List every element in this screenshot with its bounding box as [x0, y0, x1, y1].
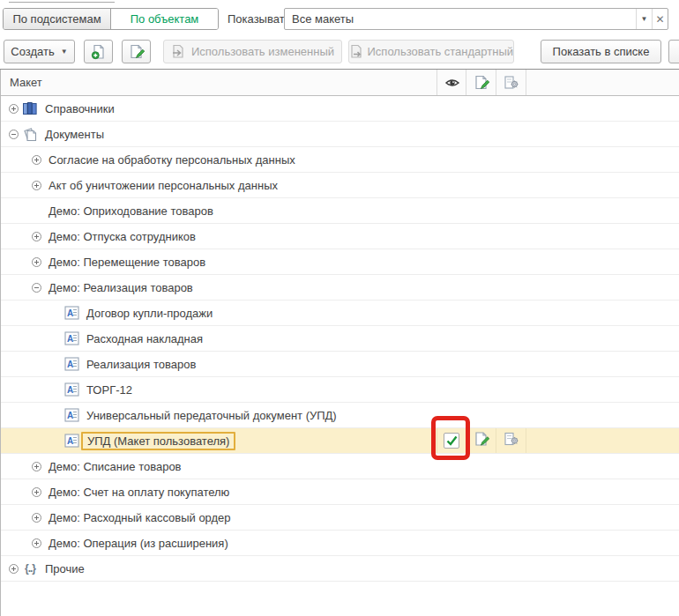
other-icon: {..} [22, 561, 38, 576]
column-separator [436, 70, 437, 95]
tree-row[interactable]: Акт об уничтожении персональных данных [1, 173, 679, 198]
tree-row-label: Договор купли-продажи [86, 307, 213, 320]
tree-row[interactable]: Демо: Оприходование товаров [1, 198, 679, 224]
tab-by-objects[interactable]: По объектам [111, 9, 218, 29]
use-standard-icon [349, 44, 364, 59]
tree-row-label: Демо: Отпуска сотрудников [48, 230, 196, 243]
svg-text:A: A [67, 385, 73, 395]
tree-row[interactable]: AРасходная накладная [1, 326, 679, 352]
templates-filter-combobox[interactable]: Все макеты ▼ ✕ [284, 8, 668, 30]
expand-icon[interactable] [32, 155, 41, 165]
tree-row-label: Реализация товаров [86, 358, 196, 371]
use-modified-label: Использовать измененный [191, 45, 334, 58]
use-standard-label: Использовать стандартный [368, 45, 514, 58]
grid-left-border [0, 70, 1, 616]
column-separator [466, 70, 466, 95]
expand-icon[interactable] [32, 462, 41, 471]
collapse-icon[interactable] [32, 283, 41, 293]
tree-row[interactable]: AДоговор купли-продажи [1, 301, 679, 326]
tab-by-subsystems[interactable]: По подсистемам [4, 9, 111, 29]
tree-row[interactable]: {..}Прочие [1, 556, 679, 582]
standard-document-icon[interactable] [504, 75, 519, 91]
tree-row[interactable]: AУниверсальный передаточный документ (УП… [1, 403, 679, 428]
expand-icon[interactable] [9, 564, 19, 574]
expand-icon[interactable] [32, 487, 41, 497]
tree-row-label: Демо: Счет на оплату покупателю [48, 486, 229, 499]
tree-row[interactable]: Документы [1, 122, 679, 147]
tree-row[interactable]: Справочники [1, 96, 679, 122]
expand-icon[interactable] [32, 181, 41, 190]
documents-icon [22, 127, 38, 142]
edit-document-icon[interactable] [474, 75, 489, 91]
template-icon: A [64, 408, 79, 422]
chevron-down-icon: ▼ [61, 48, 68, 56]
tree-row-label: Демо: Оприходование товаров [48, 204, 213, 218]
new-document-icon [91, 44, 107, 60]
svg-text:A: A [67, 360, 73, 369]
collapse-icon[interactable] [9, 130, 19, 139]
column-separator [436, 428, 437, 453]
tree-row-label: Прочие [45, 562, 85, 575]
expand-icon[interactable] [32, 232, 41, 241]
template-icon: A [64, 434, 79, 448]
expand-icon[interactable] [32, 513, 41, 523]
tree-row[interactable]: AРеализация товаров [1, 352, 679, 377]
column-separator [466, 428, 466, 453]
tree-row[interactable]: Согласие на обработку персональных данны… [1, 147, 679, 173]
modified-checkbox-checked[interactable] [444, 433, 459, 449]
tree-row-label: Согласие на обработку персональных данны… [48, 153, 295, 167]
eye-icon[interactable] [444, 75, 460, 91]
tree-row-label: Расходная накладная [86, 332, 203, 345]
template-icon: A [64, 306, 79, 320]
tree-row-label: Демо: Расходный кассовый ордер [48, 511, 231, 524]
tree-row-label: Акт об уничтожении персональных данных [48, 179, 278, 192]
tree-row[interactable]: Демо: Расходный кассовый ордер [1, 505, 679, 531]
tree-row[interactable]: Демо: Списание товаров [1, 454, 679, 479]
templates-tree: СправочникиДокументыСогласие на обработк… [1, 96, 679, 582]
chevron-down-icon[interactable]: ▼ [636, 9, 652, 29]
template-icon: A [64, 331, 79, 345]
tree-row[interactable]: Демо: Счет на оплату покупателю [1, 479, 679, 505]
tree-row[interactable]: Демо: Операция (из расширения) [1, 531, 679, 556]
tree-row-label: Демо: Перемещение товаров [48, 256, 205, 269]
tree-row-label: Демо: Списание товаров [48, 460, 182, 473]
standard-document-icon[interactable] [504, 432, 519, 450]
column-header-template[interactable]: Макет [10, 70, 42, 95]
template-icon: A [64, 382, 79, 397]
use-modified-button: Использовать измененный [163, 40, 342, 63]
new-template-button[interactable] [84, 40, 113, 63]
expand-icon[interactable] [32, 538, 41, 548]
template-icon: A [64, 357, 79, 371]
column-separator [526, 70, 526, 95]
view-switch: По подсистемам По объектам [3, 8, 219, 30]
tree-row[interactable]: AТОРГ-12 [1, 377, 679, 403]
tree-row[interactable]: Демо: Реализация товаров [1, 275, 679, 301]
use-standard-button: Использовать стандартный [348, 40, 514, 63]
svg-text:A: A [67, 411, 73, 420]
expand-icon[interactable] [9, 104, 19, 114]
catalogs-icon [22, 101, 38, 116]
create-button[interactable]: Создать ▼ [4, 40, 75, 63]
edit-template-button[interactable] [122, 40, 151, 63]
tree-row[interactable]: Демо: Отпуска сотрудников [1, 224, 679, 249]
svg-text:A: A [67, 308, 73, 318]
column-separator [526, 428, 526, 453]
clear-icon[interactable]: ✕ [652, 9, 668, 29]
svg-text:A: A [67, 334, 73, 344]
tree-row-label: Документы [45, 128, 104, 141]
partial-button-cut-off[interactable] [668, 40, 679, 63]
edit-document-icon[interactable] [474, 432, 489, 450]
tree-row-label: Демо: Операция (из расширения) [48, 537, 228, 550]
show-in-list-button[interactable]: Показать в списке [541, 40, 661, 63]
filter-value[interactable]: Все макеты [285, 9, 636, 29]
grid-header: Макет [1, 70, 679, 96]
show-in-list-label: Показать в списке [553, 45, 650, 58]
selected-row-label: УПД (Макет пользователя) [81, 432, 235, 450]
expand-icon[interactable] [32, 257, 41, 267]
use-modified-icon [171, 44, 186, 59]
edit-document-icon [129, 44, 145, 60]
tree-row[interactable]: Демо: Перемещение товаров [1, 249, 679, 275]
tree-row-label: Демо: Реализация товаров [48, 281, 193, 294]
tree-row[interactable]: AУПД (Макет пользователя) [1, 428, 679, 454]
svg-text:A: A [67, 436, 73, 446]
